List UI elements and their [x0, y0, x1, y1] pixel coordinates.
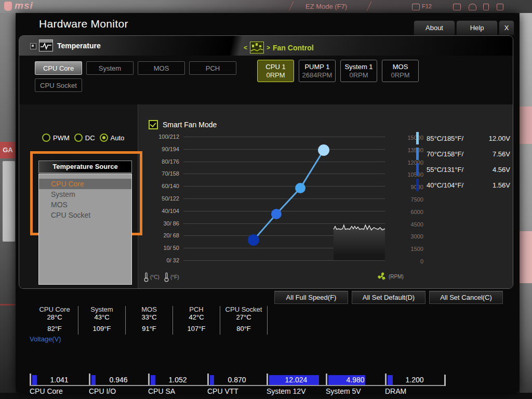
temperature-source-item[interactable]: CPU Socket: [39, 210, 131, 220]
temperature-tick-label: 90/194: [162, 146, 179, 152]
rpm-unit-label: (RPM): [389, 274, 404, 280]
radio-icon: [100, 134, 108, 142]
action-button[interactable]: All Full Speed(F): [274, 291, 348, 304]
temperature-tick-label: 30/ 86: [163, 220, 179, 227]
readout-celsius: 27°C: [220, 313, 267, 321]
background-left-strip: GA: [0, 13, 16, 393]
temperature-source-header: Temperature Source: [38, 161, 132, 173]
fan-mode-option[interactable]: Auto: [100, 134, 125, 142]
temperature-toggle-icon[interactable]: [30, 43, 36, 49]
temperature-graph-icon: [39, 39, 53, 51]
voltage-rail-labels: CPU Core CPU I/O CPU SA CPU VTT System 1…: [30, 387, 444, 395]
temperature-tick-label: 50/122: [162, 195, 179, 202]
temperature-tab[interactable]: System: [86, 61, 134, 75]
rpm-tick-label: 7500: [411, 196, 423, 203]
window-button[interactable]: X: [499, 20, 514, 35]
temperature-source-item[interactable]: System: [39, 189, 131, 200]
fan-next-icon[interactable]: >: [267, 44, 270, 51]
fan-curve-point[interactable]: [295, 183, 305, 193]
rpm-tick-label: 3000: [411, 233, 423, 240]
temperature-tick-label: 80/176: [162, 158, 179, 165]
voltage-rail-label: System 12V: [267, 387, 326, 395]
voltage-value: 4.980: [326, 376, 385, 384]
temperature-readout: CPU Core 28°C 82°F: [31, 306, 78, 335]
fan-tab-rpm: 2684RPM: [302, 71, 332, 79]
legend-voltage: 4.56V: [480, 166, 510, 174]
background-red-divider: [0, 304, 16, 305]
window-button[interactable]: About: [414, 20, 455, 35]
voltage-rail-label: DRAM: [385, 387, 444, 395]
action-button[interactable]: All Set Default(D): [352, 291, 425, 304]
minimize-icon: [483, 4, 489, 10]
fan-mode-label: Auto: [111, 134, 125, 142]
fan-mode-option[interactable]: PWM: [42, 134, 70, 142]
fan-tab[interactable]: MOS 0RPM: [382, 60, 419, 82]
fan-prev-icon[interactable]: <: [244, 44, 247, 51]
fan-control-section-title: Fan Control: [273, 44, 314, 52]
legend-temperature: 40°C/104°F/: [427, 181, 480, 189]
readout-celsius: 33°C: [126, 313, 172, 321]
voltage-value: 1.041: [30, 376, 89, 384]
temperature-readouts: CPU Core 28°C 82°F System 43°C 109°F MOS…: [31, 306, 268, 335]
rpm-tick-label: 4500: [411, 221, 423, 228]
legend-color-bar: [416, 148, 419, 160]
fan-tab[interactable]: PUMP 1 2684RPM: [299, 60, 336, 82]
smart-fan-mode-row: Smart Fan Mode: [149, 120, 217, 129]
window-buttons: About Help X: [414, 20, 514, 35]
temperature-source-item[interactable]: MOS: [39, 200, 131, 210]
screenshot-icon: [412, 4, 420, 10]
temperature-readout: PCH 42°C 107°F: [173, 306, 220, 335]
topbar-divider: [289, 2, 294, 11]
fan-control-header: < > Fan Control: [244, 42, 314, 54]
legend-row: 40°C/104°F/ 1.56V: [416, 178, 511, 192]
display-icon: [453, 4, 461, 10]
readout-label: CPU Socket: [220, 306, 267, 313]
window-button[interactable]: Help: [456, 20, 498, 35]
temperature-readout: System 43°C 109°F: [78, 306, 126, 335]
smart-fan-checkbox[interactable]: [149, 120, 158, 129]
fan-rpm-history-line: [334, 225, 385, 230]
voltage-value: 1.052: [148, 376, 207, 384]
voltage-rail: 0.946: [89, 359, 148, 386]
temperature-source-item[interactable]: CPU Core: [39, 179, 131, 189]
fan-mode-label: PWM: [53, 134, 70, 142]
background-right-strip: [520, 13, 532, 393]
smart-fan-label: Smart Fan Mode: [163, 121, 217, 129]
readout-label: PCH: [173, 306, 220, 313]
fan-curve-point[interactable]: [271, 209, 282, 219]
temperature-tab[interactable]: PCH: [189, 61, 236, 75]
legend-row: 85°C/185°F/ 12.00V: [416, 131, 511, 145]
page-title: Hardware Monitor: [39, 18, 128, 30]
fan-tab-name: System 1: [344, 63, 373, 71]
fahrenheit-unit-label: (°F): [170, 274, 179, 280]
background-pink-block: [520, 107, 532, 144]
celsius-unit-label: (°C): [150, 274, 159, 280]
fan-icon: [378, 272, 386, 281]
rpm-tick-label: 6000: [411, 209, 423, 215]
legend-voltage: 12.00V: [480, 135, 510, 142]
legend-temperature: 70°C/158°F/: [427, 150, 480, 158]
voltage-rail: 1.041: [30, 359, 89, 386]
voltage-value: 1.200: [385, 376, 444, 384]
action-button[interactable]: All Set Cancel(C): [429, 291, 503, 304]
fan-tab-name: PUMP 1: [304, 63, 329, 71]
temperature-tab[interactable]: MOS: [138, 61, 185, 75]
fan-tab[interactable]: CPU 1 0RPM: [257, 60, 294, 82]
fan-mode-label: DC: [85, 134, 95, 142]
fan-curve-point[interactable]: [318, 144, 329, 156]
msi-logo-icon: [4, 2, 12, 11]
temperature-tick-label: 40/104: [162, 208, 179, 214]
temperature-tab[interactable]: CPU Socket: [35, 78, 82, 92]
voltage-rail: 1.052: [148, 359, 207, 386]
voltage-scale-end-tick: [444, 375, 446, 386]
ez-mode-label: EZ Mode (F7): [305, 3, 347, 10]
fan-curve-point[interactable]: [248, 234, 259, 246]
legend-temperature: 85°C/185°F/: [427, 135, 480, 142]
temperature-readout: MOS 33°C 91°F: [126, 306, 173, 335]
fan-tab[interactable]: System 1 0RPM: [340, 60, 377, 82]
voltage-rail: 12.024: [267, 359, 326, 386]
temperature-tick-label: 10/ 50: [163, 245, 179, 251]
fan-mode-option[interactable]: DC: [74, 134, 95, 142]
temperature-tab[interactable]: CPU Core: [35, 61, 82, 75]
voltage-value: 0.870: [207, 376, 267, 384]
